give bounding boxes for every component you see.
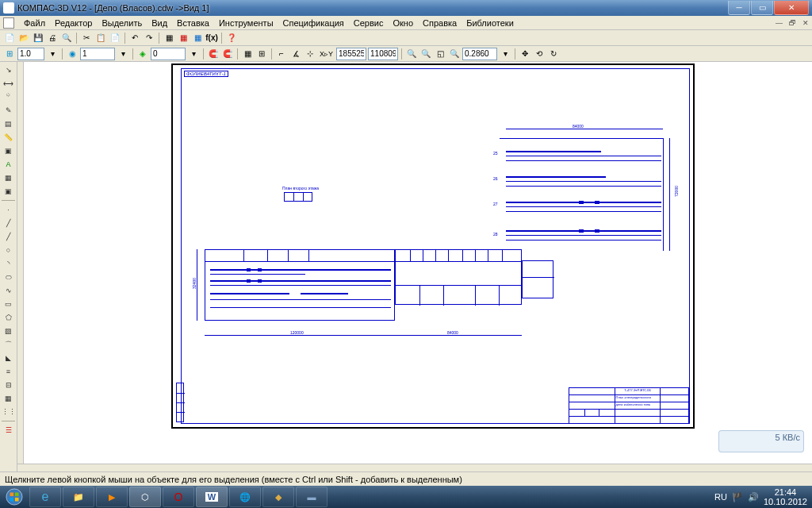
zoom-sel-icon[interactable]: 🔍 — [448, 48, 461, 60]
taskbar-app2[interactable]: ▬ — [296, 487, 327, 507]
copy-icon[interactable]: 📋 — [94, 32, 107, 44]
paste-icon[interactable]: 📄 — [109, 32, 121, 44]
line-icon[interactable]: ╱ — [2, 217, 16, 229]
fillet-icon[interactable]: ⌒ — [2, 338, 16, 351]
redo-icon[interactable]: ↷ — [143, 32, 155, 44]
props-icon[interactable]: ▦ — [163, 32, 175, 44]
menu-help[interactable]: Справка — [418, 17, 462, 29]
rect-icon[interactable]: ▭ — [2, 298, 16, 310]
tree-icon[interactable]: ▦ — [191, 32, 204, 44]
new-icon[interactable]: 📄 — [3, 32, 16, 44]
tray-flag-icon[interactable]: 🏴 — [732, 492, 743, 502]
maximize-button[interactable]: ▭ — [751, 1, 773, 15]
state-input[interactable] — [80, 48, 115, 60]
hatch-icon[interactable]: ▨ — [2, 325, 16, 337]
report-icon[interactable]: ▦ — [2, 171, 16, 184]
taskbar-app1[interactable]: ◆ — [262, 487, 294, 507]
coord-x-input[interactable] — [336, 48, 366, 60]
line2-icon[interactable]: ╱ — [2, 230, 16, 243]
taskbar-explorer[interactable]: 📁 — [63, 487, 94, 507]
angle-icon[interactable]: ∡ — [289, 48, 302, 60]
param-icon[interactable]: ▤ — [2, 117, 16, 130]
dropdown-icon[interactable]: ▾ — [499, 48, 511, 60]
menu-insert[interactable]: Вставка — [172, 17, 214, 29]
refresh-icon[interactable]: ↻ — [547, 48, 560, 60]
taskbar-kompas[interactable]: ⬡ — [129, 487, 161, 507]
ellipse-icon[interactable]: ⬭ — [2, 271, 16, 283]
spec-icon[interactable]: A — [2, 158, 16, 171]
taskbar-opera[interactable]: O — [163, 487, 194, 507]
preview-icon[interactable]: 🔍 — [60, 32, 73, 44]
pattern-icon[interactable]: ⋮⋮ — [2, 406, 16, 418]
tray-clock[interactable]: 21:44 10.10.2012 — [764, 487, 807, 506]
zoom-out-icon[interactable]: 🔍 — [419, 48, 432, 60]
taskbar-ie[interactable]: e — [29, 487, 61, 507]
mdi-close[interactable]: ✕ — [799, 19, 812, 27]
pan-icon[interactable]: ✥ — [519, 48, 531, 60]
tray-lang[interactable]: RU — [714, 492, 727, 502]
dimension-icon[interactable]: ⟷ — [2, 77, 16, 90]
zoom-in-icon[interactable]: 🔍 — [405, 48, 418, 60]
polygon-icon[interactable]: ⬠ — [2, 311, 16, 324]
chamfer-icon[interactable]: ◣ — [2, 352, 16, 364]
arc-icon[interactable]: ◝ — [2, 257, 16, 270]
magnet2-icon[interactable]: 🧲 — [221, 48, 234, 60]
select-icon[interactable]: ▣ — [2, 144, 16, 157]
menu-view[interactable]: Вид — [147, 17, 172, 29]
dropdown-icon[interactable]: ▾ — [46, 48, 59, 60]
mdi-icon[interactable] — [3, 17, 14, 29]
props-icon[interactable]: ☰ — [2, 424, 16, 437]
menu-edit[interactable]: Редактор — [50, 17, 97, 29]
state-icon[interactable]: ◉ — [66, 48, 79, 60]
mdi-minimize[interactable]: — — [772, 19, 786, 27]
views-icon[interactable]: ▦ — [2, 392, 16, 405]
grid2-icon[interactable]: ⊞ — [255, 48, 268, 60]
drawing-canvas[interactable]: ФОЛИЕВАТИХТ-1 — [27, 64, 810, 460]
coord-icon[interactable]: ⊹ — [304, 48, 316, 60]
menu-select[interactable]: Выделить — [97, 17, 147, 29]
step-input[interactable] — [17, 48, 44, 60]
offset-icon[interactable]: ≡ — [2, 365, 16, 378]
print-icon[interactable]: 🖨 — [46, 32, 59, 44]
fx-icon[interactable]: f(x) — [205, 32, 218, 44]
mdi-restore[interactable]: 🗗 — [786, 19, 799, 27]
start-button[interactable] — [0, 486, 29, 508]
open-icon[interactable]: 📂 — [17, 32, 30, 44]
layers-icon[interactable]: ▦ — [177, 32, 190, 44]
circle-icon[interactable]: ○ — [2, 244, 16, 256]
menu-libraries[interactable]: Библиотеки — [462, 17, 519, 29]
zoom-input[interactable] — [462, 48, 497, 60]
assembly-icon[interactable]: ⊟ — [2, 379, 16, 391]
insert-icon[interactable]: ▣ — [2, 185, 16, 198]
measure-icon[interactable]: 📏 — [2, 131, 16, 144]
horizontal-scrollbar[interactable] — [17, 464, 812, 471]
geometry-icon[interactable]: ↘ — [2, 64, 16, 76]
menu-file[interactable]: Файл — [19, 17, 50, 29]
undo-icon[interactable]: ↶ — [128, 32, 141, 44]
magnet-icon[interactable]: 🧲 — [207, 48, 220, 60]
close-button[interactable]: ✕ — [774, 1, 809, 15]
text-icon[interactable]: ꙳ — [2, 90, 16, 103]
save-icon[interactable]: 💾 — [32, 32, 44, 44]
network-gadget[interactable]: 5 КВ/с — [718, 430, 804, 452]
snap-icon[interactable]: ⊞ — [3, 48, 16, 60]
layer-icon[interactable]: ◈ — [136, 48, 149, 60]
menu-spec[interactable]: Спецификация — [278, 17, 349, 29]
menu-window[interactable]: Окно — [388, 17, 418, 29]
taskbar-chrome[interactable]: 🌐 — [229, 487, 261, 507]
help-icon[interactable]: ❓ — [225, 32, 238, 44]
menu-tools[interactable]: Инструменты — [214, 17, 278, 29]
tray-volume-icon[interactable]: 🔊 — [748, 492, 759, 502]
cut-icon[interactable]: ✂ — [80, 32, 93, 44]
menu-service[interactable]: Сервис — [349, 17, 389, 29]
taskbar-media[interactable]: ▶ — [96, 487, 128, 507]
coord-y-input[interactable] — [368, 48, 398, 60]
dropdown-icon[interactable]: ▾ — [117, 48, 129, 60]
ortho-icon[interactable]: ⌐ — [275, 48, 288, 60]
edit-icon[interactable]: ✎ — [2, 104, 16, 117]
rotate-icon[interactable]: ⟲ — [533, 48, 546, 60]
dropdown-icon[interactable]: ▾ — [187, 48, 200, 60]
zoom-fit-icon[interactable]: ◱ — [434, 48, 446, 60]
taskbar-word[interactable]: W — [196, 487, 228, 507]
layer-input[interactable] — [151, 48, 186, 60]
